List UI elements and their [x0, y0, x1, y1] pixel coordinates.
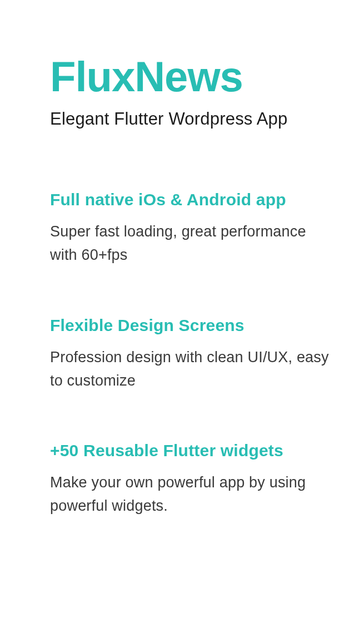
feature-item: +50 Reusable Flutter widgets Make your o… [50, 441, 336, 518]
app-subtitle: Elegant Flutter Wordpress App [50, 109, 336, 129]
feature-item: Full native iOs & Android app Super fast… [50, 190, 336, 267]
feature-description: Make your own powerful app by using powe… [50, 471, 336, 518]
feature-description: Profession design with clean UI/UX, easy… [50, 346, 336, 393]
app-title: FluxNews [50, 56, 336, 98]
header: FluxNews Elegant Flutter Wordpress App [50, 56, 336, 129]
features-list: Full native iOs & Android app Super fast… [50, 190, 336, 518]
feature-title: Flexible Design Screens [50, 316, 336, 335]
feature-title: +50 Reusable Flutter widgets [50, 441, 336, 460]
feature-item: Flexible Design Screens Profession desig… [50, 316, 336, 393]
feature-description: Super fast loading, great performance wi… [50, 220, 336, 267]
feature-title: Full native iOs & Android app [50, 190, 336, 209]
